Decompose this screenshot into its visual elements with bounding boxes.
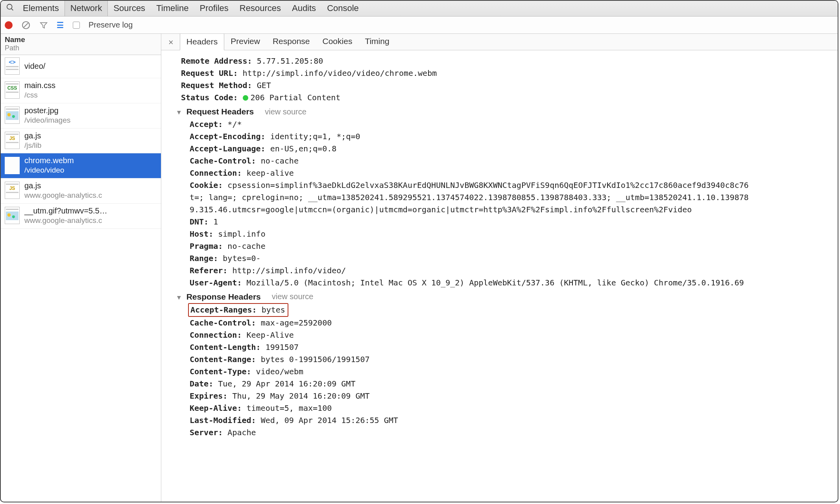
request-path: www.google-analytics.c (24, 216, 107, 225)
request-path: /video/video (24, 166, 74, 175)
svg-point-0 (7, 4, 12, 9)
request-headers-section[interactable]: ▼ Request Headers view source (177, 105, 838, 118)
header-key: Date: (190, 379, 213, 388)
filter-icon[interactable] (39, 21, 48, 29)
header-key: Accept-Encoding: (190, 132, 266, 141)
preserve-log-checkbox[interactable] (73, 22, 80, 29)
request-header-row: Range: bytes=0- (186, 252, 838, 265)
header-value: no-cache (227, 241, 265, 251)
header-key: Content-Length: (190, 342, 261, 352)
file-icon (5, 157, 20, 174)
request-row[interactable]: JSga.js/js/lib (1, 129, 161, 154)
response-header-row: Accept-Ranges: bytes (186, 303, 838, 317)
details-tabbar: × HeadersPreviewResponseCookiesTiming (161, 34, 838, 50)
tab-profiles[interactable]: Profiles (194, 1, 234, 16)
status-code-value: 206 Partial Content (251, 93, 341, 102)
request-name: __utm.gif?utmwv=5.5… (24, 206, 107, 216)
request-details: × HeadersPreviewResponseCookiesTiming Re… (161, 34, 838, 502)
details-tab-headers[interactable]: Headers (180, 34, 224, 50)
request-header-row: User-Agent: Mozilla/5.0 (Macintosh; Inte… (186, 277, 838, 289)
clear-icon[interactable] (21, 20, 31, 30)
header-key: Referer: (190, 266, 227, 275)
header-value: max-age=2592000 (261, 318, 332, 327)
request-header-row: Pragma: no-cache (186, 240, 838, 252)
header-value: timeout=5, max=100 (247, 403, 332, 413)
header-key: Accept-Language: (190, 144, 266, 153)
search-icon[interactable] (3, 3, 17, 14)
details-tab-preview[interactable]: Preview (224, 34, 266, 50)
request-row[interactable]: chrome.webm/video/video (1, 153, 161, 178)
headers-panel: Remote Address: 5.77.51.205:80 Request U… (161, 50, 838, 502)
header-value: */* (227, 120, 242, 129)
header-key: Server: (190, 428, 223, 437)
chevron-down-icon: ▼ (177, 294, 181, 301)
request-name: ga.js (24, 131, 41, 141)
request-header-row: 9.315.46.utmcsr=google|utmccn=(organic)|… (186, 204, 838, 216)
response-header-row: Content-Length: 1991507 (186, 341, 838, 353)
header-value: en-US,en;q=0.8 (270, 144, 337, 153)
request-header-row: Accept: */* (186, 118, 838, 131)
header-value: keep-alive (247, 168, 294, 178)
request-path: /js/lib (24, 141, 41, 150)
tab-resources[interactable]: Resources (234, 1, 286, 16)
tab-elements[interactable]: Elements (17, 1, 65, 16)
request-header-row: Host: simpl.info (186, 228, 838, 240)
request-row[interactable]: CSSmain.css/css (1, 78, 161, 103)
tab-sources[interactable]: Sources (108, 1, 151, 16)
request-header-row: Accept-Language: en-US,en;q=0.8 (186, 143, 838, 155)
request-row[interactable]: __utm.gif?utmwv=5.5…www.google-analytics… (1, 204, 161, 229)
header-key: Keep-Alive: (190, 403, 242, 413)
response-header-row: Expires: Thu, 29 May 2014 16:20:09 GMT (186, 390, 838, 402)
request-header-row: Cookie: cpsession=simplinf%3aeDkLdG2elvx… (186, 179, 838, 191)
response-header-row: Date: Tue, 29 Apr 2014 16:20:09 GMT (186, 378, 838, 390)
header-key: Pragma: (190, 241, 223, 251)
response-headers-section[interactable]: ▼ Response Headers view source (177, 291, 838, 304)
file-icon: JS (5, 182, 20, 199)
request-name: poster.jpg (24, 106, 70, 116)
column-name[interactable]: Name (5, 35, 157, 44)
svg-line-3 (24, 23, 28, 27)
chevron-down-icon: ▼ (177, 109, 181, 116)
details-tab-cookies[interactable]: Cookies (316, 34, 359, 50)
header-value: video/webm (256, 367, 303, 376)
header-value: identity;q=1, *;q=0 (270, 132, 360, 141)
network-toolbar: ☰ Preserve log (1, 17, 838, 34)
header-key: Expires: (190, 391, 227, 401)
request-row[interactable]: JSga.jswww.google-analytics.c (1, 178, 161, 204)
svg-line-1 (11, 8, 13, 10)
tab-network[interactable]: Network (65, 1, 108, 16)
tab-audits[interactable]: Audits (286, 1, 321, 16)
header-value: simpl.info (218, 229, 265, 239)
status-code-label: Status Code: (181, 93, 238, 102)
request-header-row: Accept-Encoding: identity;q=1, *;q=0 (186, 131, 838, 143)
header-key: Content-Range: (190, 355, 256, 364)
request-url-value: http://simpl.info/video/video/chrome.web… (243, 68, 437, 78)
response-header-row: Cache-Control: max-age=2592000 (186, 317, 838, 329)
view-source-link[interactable]: view source (272, 291, 314, 303)
view-list-icon[interactable]: ☰ (57, 20, 64, 30)
file-icon: JS (5, 132, 20, 149)
header-value: 1991507 (266, 342, 299, 352)
view-source-link[interactable]: view source (265, 106, 306, 118)
details-tab-response[interactable]: Response (266, 34, 316, 50)
request-header-row: DNT: 1 (186, 216, 838, 228)
tab-console[interactable]: Console (321, 1, 364, 16)
request-row[interactable]: <>video/ (1, 55, 161, 78)
request-header-row: Referer: http://simpl.info/video/ (186, 265, 838, 277)
header-key: Accept: (190, 120, 223, 129)
column-path: Path (5, 44, 157, 52)
request-name: chrome.webm (24, 156, 74, 166)
request-name: main.css (24, 81, 55, 90)
tab-timeline[interactable]: Timeline (151, 1, 194, 16)
header-key: Cookie: (190, 180, 223, 190)
header-key: Last-Modified: (190, 416, 256, 425)
record-icon[interactable] (5, 21, 13, 29)
request-header-row: Cache-Control: no-cache (186, 155, 838, 167)
response-header-row: Last-Modified: Wed, 09 Apr 2014 15:26:55… (186, 414, 838, 427)
details-tab-timing[interactable]: Timing (358, 34, 395, 50)
close-icon[interactable]: × (164, 37, 180, 50)
header-value: bytes=0- (223, 254, 260, 263)
request-method-value: GET (257, 81, 271, 90)
remote-address-label: Remote Address: (181, 56, 252, 66)
request-row[interactable]: poster.jpg/video/images (1, 103, 161, 129)
